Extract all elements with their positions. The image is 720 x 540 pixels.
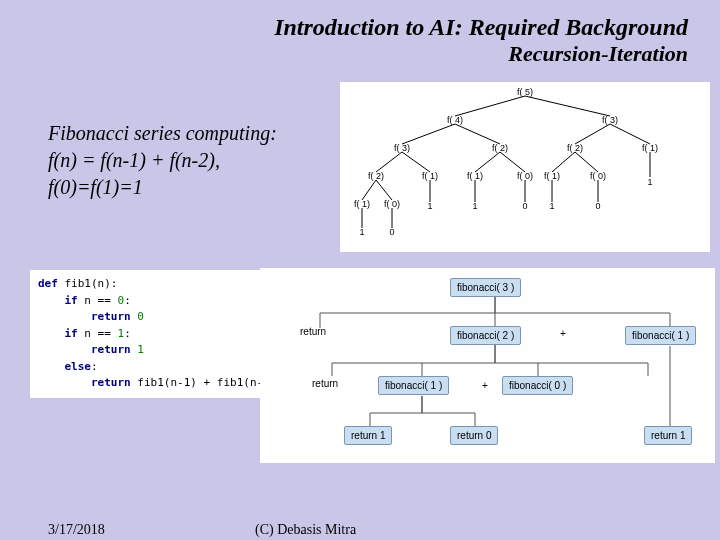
call-fib1-right: fibonacci( 1 ) (625, 326, 696, 345)
call-fib0-lr: fibonacci( 0 ) (502, 376, 573, 395)
cond: n == (78, 294, 118, 307)
svg-line-14 (376, 180, 392, 200)
fib-def-line-3: f(0)=f(1)=1 (48, 174, 277, 201)
colon: : (91, 360, 98, 373)
tree-leaf: 0 (595, 201, 600, 211)
tree-node: f( 0) (517, 171, 533, 181)
svg-line-3 (455, 124, 500, 144)
tree-leaf: 0 (389, 227, 394, 237)
colon: : (124, 327, 131, 340)
plus-label: + (560, 328, 566, 339)
kw-else: else (38, 360, 91, 373)
fib-def-line-2: f(n) = f(n-1) + f(n-2), (48, 147, 277, 174)
plus: + (197, 376, 217, 389)
tree-node: f( 3) (602, 115, 618, 125)
svg-line-8 (475, 152, 500, 172)
return-label: return (312, 378, 338, 389)
ret-0: 0 (131, 310, 144, 323)
tree-node: f( 1) (642, 143, 658, 153)
ret-1: 1 (131, 343, 144, 356)
tree-node: f( 0) (590, 171, 606, 181)
tree-leaf: 1 (359, 227, 364, 237)
tree-node: f( 1) (422, 171, 438, 181)
svg-line-4 (575, 124, 610, 144)
tree-node: f( 1) (467, 171, 483, 181)
tree-node: f( 2) (492, 143, 508, 153)
kw-def: def (38, 277, 58, 290)
fibonacci-definition: Fibonacci series computing: f(n) = f(n-1… (48, 120, 277, 201)
svg-line-6 (376, 152, 402, 172)
call-diagram: fibonacci( 3 ) return fibonacci( 2 ) + f… (260, 268, 715, 463)
cond: n == (78, 327, 118, 340)
tree-leaf: 0 (522, 201, 527, 211)
tree-node: f( 0) (384, 199, 400, 209)
tree-edges (340, 82, 710, 252)
svg-line-5 (610, 124, 650, 144)
kw-return: return (38, 310, 131, 323)
footer-copyright: (C) Debasis Mitra (255, 522, 356, 538)
tree-node: f( 3) (394, 143, 410, 153)
code-block: def fib1(n): if n == 0: return 0 if n ==… (30, 270, 261, 398)
arg: (n-1) (164, 376, 197, 389)
tree-node: f( 1) (354, 199, 370, 209)
tree-node: f( 2) (368, 171, 384, 181)
call-fib2: fibonacci( 2 ) (450, 326, 521, 345)
kw-return: return (38, 376, 137, 389)
tree-node: f( 1) (544, 171, 560, 181)
footer-date: 3/17/2018 (48, 522, 105, 538)
kw-return: return (38, 343, 131, 356)
title-line-1: Introduction to AI: Required Background (0, 14, 688, 41)
return-1-right: return 1 (644, 426, 692, 445)
svg-line-10 (552, 152, 575, 172)
tree-leaf: 1 (549, 201, 554, 211)
svg-line-2 (402, 124, 455, 144)
recursion-tree: f( 5) f( 4) f( 3) f( 3) f( 2) f( 2) f( 1… (340, 82, 710, 252)
svg-line-13 (362, 180, 376, 200)
svg-line-7 (402, 152, 430, 172)
return-label: return (300, 326, 326, 337)
svg-line-9 (500, 152, 525, 172)
tree-leaf: 1 (427, 201, 432, 211)
call-root: fibonacci( 3 ) (450, 278, 521, 297)
tree-leaf: 1 (647, 177, 652, 187)
call-fib1-ll: fibonacci( 1 ) (378, 376, 449, 395)
fn-name: fib1 (65, 277, 92, 290)
plus-label: + (482, 380, 488, 391)
svg-line-11 (575, 152, 598, 172)
kw-if: if (38, 294, 78, 307)
return-0: return 0 (450, 426, 498, 445)
call-fib1: fib1 (137, 376, 164, 389)
tree-leaf: 1 (472, 201, 477, 211)
kw-if: if (38, 327, 78, 340)
title-line-2: Recursion-Iteration (0, 41, 688, 67)
svg-line-0 (455, 96, 525, 116)
fib-def-line-1: Fibonacci series computing: (48, 120, 277, 147)
tree-node: f( 4) (447, 115, 463, 125)
params: (n): (91, 277, 118, 290)
svg-line-1 (525, 96, 610, 116)
tree-node: f( 2) (567, 143, 583, 153)
slide-title: Introduction to AI: Required Background … (0, 0, 720, 67)
colon: : (124, 294, 131, 307)
call-fib1: fib1 (217, 376, 244, 389)
tree-node: f( 5) (517, 87, 533, 97)
return-1-left: return 1 (344, 426, 392, 445)
